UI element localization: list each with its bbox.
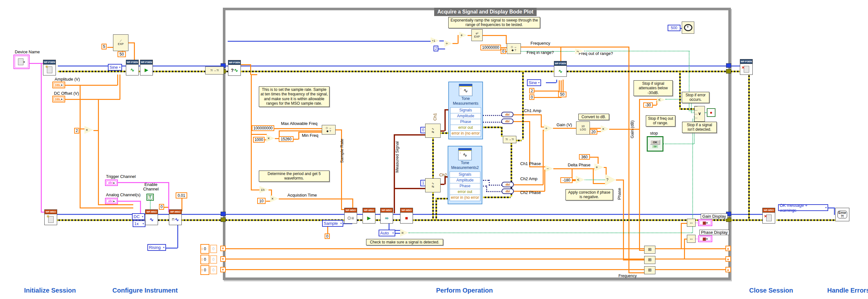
log-node[interactable]: 10 LOG [576, 121, 590, 134]
stop-button[interactable]: OKTF [647, 136, 663, 152]
wf-mso-close-icon[interactable]: WF-MSO× [762, 208, 775, 222]
tone-measurements-row-phase[interactable]: Phase [450, 119, 481, 125]
const-15260[interactable]: 15260 [279, 136, 293, 142]
array-const-gain[interactable]: ▲ ▼00 [200, 244, 217, 254]
dropdown-1x[interactable]: 1x▾ [133, 220, 146, 227]
wait-ms-node[interactable] [682, 22, 694, 34]
tone-measurements-row-error-out[interactable]: error out [450, 125, 481, 131]
const-0-cycles[interactable]: 0 [529, 94, 534, 100]
const-neg180[interactable]: -180 [560, 177, 572, 183]
stepper-icon[interactable]: ▲ ▼ [201, 268, 203, 272]
array-const-phase[interactable]: ▲ ▼00 [200, 255, 217, 264]
wf-mso-initialize-icon[interactable]: WF-MSO✳ [44, 209, 57, 224]
sr-right-gain[interactable]: ▲ [725, 246, 731, 251]
wf-mso-configure-timing-icon[interactable]: WF-MSO⊙≡ [344, 208, 357, 222]
wf-mso-stop-icon[interactable]: WF-MSO■ [400, 208, 413, 222]
dropdown-rising[interactable]: Rising▾ [147, 244, 166, 251]
const-0p01[interactable]: 0.01 [176, 192, 187, 199]
wf-fgen-run-icon[interactable]: WF-FGEN▶ [140, 60, 153, 74]
const-0-range[interactable]: 0 [501, 49, 506, 54]
array-const-freq[interactable]: ▲ ▼00 [200, 265, 217, 275]
tone-measurements2-row-amplitude[interactable]: Amplitude [450, 177, 480, 184]
wf-fgen-configure-icon[interactable]: WF-FGEN∿ [126, 60, 139, 74]
tone-measurements[interactable]: ∿↓Tone MeasurementsSignalsAmplitudePhase… [448, 82, 483, 139]
array-stepper[interactable]: ▲ ▼0 [200, 244, 209, 254]
build-array-gain[interactable]: ⊞ [644, 246, 655, 254]
xy-update-phase[interactable]: ↔ [687, 235, 695, 243]
dropdown-sine-2[interactable]: Sine▾ [527, 79, 541, 86]
const-neg30[interactable]: -30 [643, 102, 653, 108]
array-value[interactable]: 0 [203, 247, 209, 251]
tone-measurements2-row-error-in-no-error[interactable]: error in (no error [450, 195, 480, 201]
tone-measurements-row-amplitude[interactable]: Amplitude [450, 113, 481, 119]
const-10[interactable]: 10 [257, 198, 266, 204]
const-2-div[interactable]: 2 [434, 46, 438, 51]
gain-display-ref[interactable]: ▦▸ [698, 219, 712, 226]
const-2-cycles[interactable]: 2 [529, 88, 534, 93]
const-100000000[interactable]: 100000000 [252, 125, 274, 131]
device-name-control[interactable]: ▸ [13, 55, 30, 69]
const-0-sample[interactable]: 0 [324, 234, 330, 239]
wf-mso-configure-channel-icon[interactable]: WF-MSO∿ [145, 209, 158, 224]
trigger-channel-control[interactable]: abc▸ [105, 180, 118, 186]
wf-mso-read-icon[interactable]: WF-MSO∞ [380, 208, 393, 222]
const-50-outer[interactable]: 50 [118, 51, 126, 57]
tone-measurements-row-error-in-no-error[interactable]: error in (no error [450, 130, 481, 137]
const-360[interactable]: 360 [579, 154, 590, 160]
const-5[interactable]: 5 [101, 44, 106, 50]
dc-offset-control[interactable]: DBL▸ [52, 96, 65, 102]
in-range-coerce-sample[interactable]: ◇ → ◆ ? [322, 125, 336, 134]
tone-measurements2[interactable]: ∿↓Tone Measurements2SignalsAmplitudePhas… [448, 146, 482, 204]
tone-measurements2-row-error-out[interactable]: error out [450, 189, 480, 195]
xy-update-gain[interactable]: ↔ [687, 219, 695, 227]
tone-measurements2-row-signals[interactable]: Signals [450, 172, 480, 178]
compound-or-node[interactable]: ∨ [694, 106, 705, 122]
get-waveform-ch2[interactable]: ∿ ⇆ [425, 178, 441, 192]
array-stepper[interactable]: ▲ ▼0 [200, 255, 209, 264]
array-value[interactable]: 0 [203, 257, 209, 262]
array-stepper[interactable]: ▲ ▼0 [200, 265, 209, 275]
wf-fgen-close-icon[interactable]: WF-FGEN× [740, 59, 753, 74]
stepper-icon[interactable]: ▲ ▼ [201, 258, 203, 261]
sr-left-gain[interactable]: ▼ [220, 246, 226, 251]
sr-left-phase[interactable]: ▼ [220, 256, 226, 262]
merge-errors-node-1[interactable]: ?! →?! [205, 66, 224, 74]
stepper-icon[interactable]: ▲ ▼ [201, 247, 203, 250]
exp-node[interactable]: eˣ EXP [471, 29, 483, 41]
wf-fgen-initialize-icon[interactable]: WF-FGEN✳ [43, 60, 56, 74]
ok-button[interactable]: OK [650, 140, 660, 145]
op-multiply-range[interactable]: × [85, 126, 93, 134]
wf-fgen-configure2-icon[interactable]: WF-FGEN∿ [554, 61, 567, 76]
merge-errors-node-2[interactable]: ?! →?! [503, 136, 516, 143]
const-20[interactable]: 20 [590, 129, 597, 134]
dropdown-sample[interactable]: Sample▾ [322, 220, 343, 227]
tone-measurements2-row-phase[interactable]: Phase [450, 183, 480, 189]
dropdown-dc[interactable]: DC▾ [132, 213, 145, 220]
dropdown-auto[interactable]: Auto▾ [379, 230, 395, 236]
loop-condition-terminal[interactable]: ● [707, 108, 715, 117]
exponential-node[interactable]: ⟋ EXP [113, 34, 128, 51]
sr-right-freq[interactable]: ▲ [725, 267, 731, 272]
const-2-amp[interactable]: 2 [74, 128, 79, 133]
const-10000000[interactable]: 10000000 [480, 44, 501, 51]
sr-right-phase[interactable]: ▲ [725, 256, 731, 262]
error-handler-node[interactable]: Error ?! [835, 208, 849, 221]
wf-mso-run-icon[interactable]: WF-MSO▶ [363, 208, 375, 222]
dropdown-ok-message[interactable]: OK message + warnings▾ [778, 204, 828, 211]
phase-display-ref[interactable]: ▦▸ [698, 235, 712, 242]
sr-left-freq[interactable]: ▼ [220, 267, 226, 272]
const-1000[interactable]: 1000 [253, 137, 265, 143]
dropdown-sine-1[interactable]: Sine▾ [108, 64, 122, 71]
const-0-trig[interactable]: 0 [159, 204, 164, 210]
build-array-phase[interactable]: ⊞ [644, 256, 655, 264]
const-50-inner[interactable]: 50 [558, 92, 566, 97]
const-500[interactable]: 500 [668, 25, 680, 31]
amplitude-control[interactable]: DBL▸ [52, 82, 65, 88]
enable-channel-control[interactable]: T [147, 194, 154, 201]
build-array-freq[interactable]: ⊞ [644, 266, 655, 274]
analog-channels-control[interactable]: abc▸ [105, 198, 118, 204]
wf-mso-configure-trigger-icon[interactable]: WF-MSO⊓∿ [169, 209, 182, 224]
tone-measurements-row-signals[interactable]: Signals [450, 107, 481, 114]
get-waveform-ch1[interactable]: ∿ ⇆ [425, 124, 441, 138]
in-range-coerce-freq[interactable]: ◇ → ◆ ? [507, 43, 521, 54]
